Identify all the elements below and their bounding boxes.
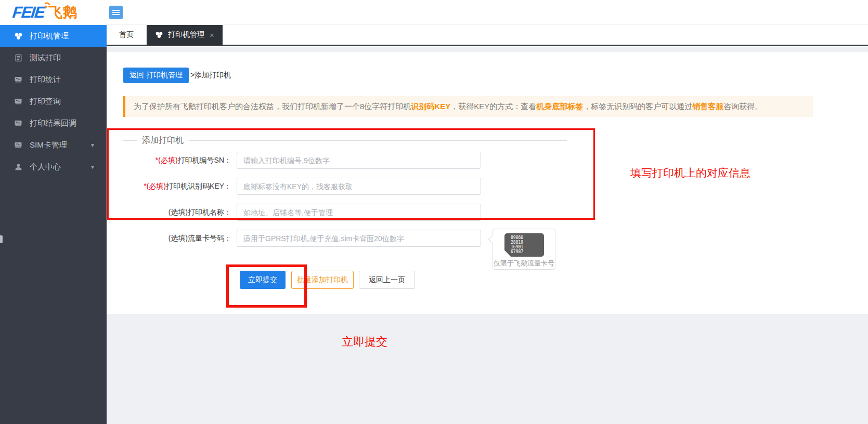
divider <box>123 140 137 141</box>
sidebar-item-sim-manage[interactable]: SIM卡管理 ▼ <box>0 134 107 156</box>
tab-printer-manage[interactable]: 打印机管理 × <box>147 25 223 45</box>
sidebar-item-label: 打印机管理 <box>30 31 69 41</box>
printer-icon <box>14 97 23 106</box>
sidebar: 打印机管理 测试打印 打印统计 <box>0 25 107 424</box>
notice-text: 为了保护所有飞鹅打印机客户的合法权益，我们打印机新增了一个8位字符打印机 <box>134 102 411 112</box>
main-panel: 返回 打印机管理 >添加打印机 为了保护所有飞鹅打印机客户的合法权益，我们打印机… <box>107 52 868 314</box>
field-label-sim: (选填)流量卡号码： <box>107 234 234 243</box>
sidebar-item-user-center[interactable]: 个人中心 ▼ <box>0 156 107 178</box>
form-legend: 添加打印机 <box>123 135 567 146</box>
printer-icon <box>14 140 23 150</box>
hamburger-icon <box>112 12 120 13</box>
sim-number-line: 28819 <box>511 240 544 245</box>
logo-text: FEIE <box>11 3 45 22</box>
tab-label: 首页 <box>119 30 134 39</box>
form-row-name: (选填)打印机名称： <box>107 204 481 221</box>
chevron-down-icon: ▼ <box>90 164 95 170</box>
feie-logo: FEIE 飞鹅 <box>12 0 77 25</box>
back-to-manage-button[interactable]: 返回 打印机管理 <box>123 68 189 83</box>
close-icon[interactable]: × <box>210 31 214 39</box>
wifi-icon <box>44 1 52 10</box>
tab-home[interactable]: 首页 <box>107 25 147 45</box>
notice-link-bottom-label[interactable]: 机身底部标签 <box>536 102 583 112</box>
notice-link-sales-service[interactable]: 销售客服 <box>692 102 723 112</box>
printer-icon <box>14 75 23 84</box>
notice-text: ，获得KEY的方式：查看 <box>450 102 536 112</box>
chevron-down-icon: ▼ <box>90 142 95 148</box>
sidebar-item-label: SIM卡管理 <box>30 140 67 150</box>
sidebar-item-print-query[interactable]: 打印查询 <box>0 90 107 112</box>
sim-card-caption: 仅限于飞鹅流量卡号 <box>494 259 555 268</box>
printer-name-input[interactable] <box>237 204 481 221</box>
printer-cluster-icon <box>155 31 164 39</box>
field-label-name: (选填)打印机名称： <box>107 208 234 217</box>
printer-icon <box>14 118 23 128</box>
go-back-button[interactable]: 返回上一页 <box>359 271 415 289</box>
printer-cluster-icon <box>14 31 23 41</box>
form-buttons-row: 立即提交 批量添加打印机 返回上一页 <box>240 271 415 289</box>
field-label-key: *(必填)打印机识别码KEY： <box>107 182 234 191</box>
sidebar-item-label: 打印结果回调 <box>30 118 76 128</box>
key-notice-banner: 为了保护所有飞鹅打印机客户的合法权益，我们打印机新增了一个8位字符打印机识别码K… <box>123 96 813 117</box>
sidebar-toggle-button[interactable] <box>109 6 123 19</box>
sim-number-line: 16901 <box>511 245 544 249</box>
form-legend-title: 添加打印机 <box>137 135 189 146</box>
breadcrumb: >添加打印机 <box>190 71 231 80</box>
batch-add-button[interactable]: 批量添加打印机 <box>291 271 354 289</box>
sidebar-item-test-print[interactable]: 测试打印 <box>0 47 107 69</box>
form-row-key: *(必填)打印机识别码KEY： <box>107 178 481 195</box>
panel-collapse-handle[interactable] <box>0 235 3 243</box>
user-icon <box>14 162 23 171</box>
form-row-sn: *(必填)打印机编号SN： <box>107 152 481 169</box>
notice-highlight-key: 识别码KEY <box>411 102 450 112</box>
printer-key-input[interactable] <box>237 178 481 195</box>
breadcrumb-row: 返回 打印机管理 >添加打印机 <box>123 68 231 83</box>
sidebar-item-print-callback[interactable]: 打印结果回调 <box>0 112 107 134</box>
sidebar-item-label: 个人中心 <box>30 162 61 172</box>
tab-label: 打印机管理 <box>168 30 204 39</box>
form-row-sim: (选填)流量卡号码： <box>107 230 481 247</box>
field-label-sn: *(必填)打印机编号SN： <box>107 156 234 165</box>
sim-number-line: 67987 <box>511 249 544 254</box>
notice-text: ，标签无识别码的客户可以通过 <box>583 102 692 112</box>
content-area: 返回 打印机管理 >添加打印机 为了保护所有飞鹅打印机客户的合法权益，我们打印机… <box>107 47 868 424</box>
logo-cn-text: 飞鹅 <box>48 3 77 22</box>
sim-number-input[interactable] <box>237 230 481 247</box>
divider <box>189 140 567 141</box>
submit-button[interactable]: 立即提交 <box>240 271 286 289</box>
tab-bar: 首页 打印机管理 × <box>107 25 868 46</box>
sidebar-item-label: 打印统计 <box>30 75 61 85</box>
printer-sn-input[interactable] <box>237 152 481 169</box>
sim-card-tooltip: 89860 28819 16901 67987 仅限于飞鹅流量卡号 <box>493 229 555 270</box>
page: FEIE 飞鹅 打印机管理 <box>0 0 868 424</box>
sim-number-line: 89860 <box>511 235 544 240</box>
sidebar-item-print-stats[interactable]: 打印统计 <box>0 69 107 90</box>
sidebar-item-label: 打印查询 <box>30 97 61 107</box>
sidebar-item-label: 测试打印 <box>30 53 61 63</box>
top-header: FEIE 飞鹅 <box>0 0 868 25</box>
sim-card-image: 89860 28819 16901 67987 <box>504 233 544 257</box>
notice-text: 咨询获得。 <box>723 102 762 112</box>
document-icon <box>14 53 23 62</box>
sidebar-item-printer-manage[interactable]: 打印机管理 <box>0 25 107 47</box>
